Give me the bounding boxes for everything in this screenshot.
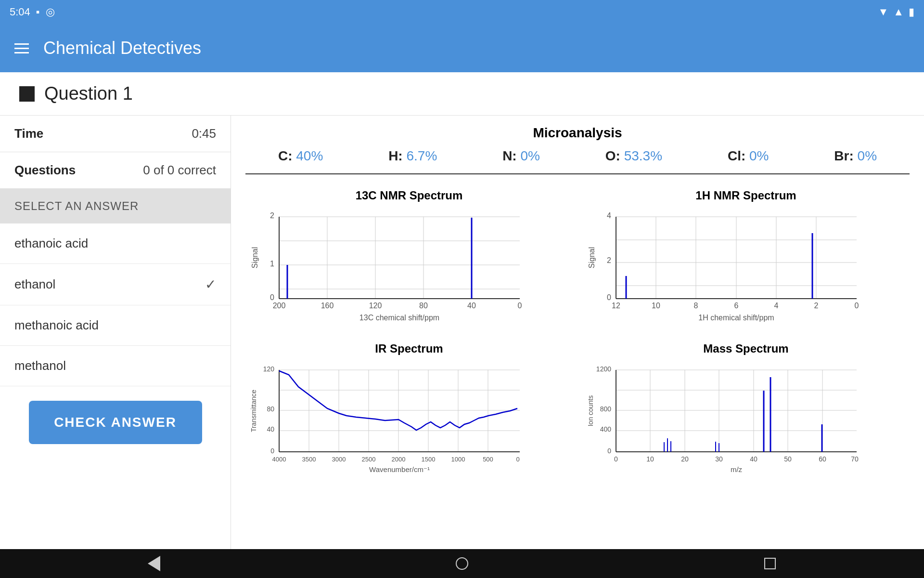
svg-text:40: 40	[467, 302, 476, 310]
micro-h: H: 6.7%	[388, 148, 437, 164]
answer-option-methanoic-acid[interactable]: methanoic acid	[0, 305, 231, 346]
chart-ir: IR Spectrum	[245, 337, 573, 481]
svg-text:m/z: m/z	[731, 465, 742, 473]
select-answer-header: SELECT AN ANSWER	[0, 189, 231, 223]
wifi-icon: ▼	[878, 6, 888, 18]
main-layout: Time 0:45 Questions 0 of 0 correct SELEC…	[0, 116, 924, 549]
chart-mass-svg: 0 400 800 1200 0 10 20 30 40 50 60 70	[587, 360, 866, 476]
questions-value: 0 of 0 correct	[143, 163, 216, 178]
answer-label-ethanol: ethanol	[14, 277, 55, 292]
microanalysis-section: Microanalysis C: 40% H: 6.7% N: 0% O: 53…	[245, 125, 910, 174]
status-right: ▼ ▲ ▮	[878, 6, 914, 18]
svg-text:4: 4	[607, 211, 611, 220]
recents-button[interactable]	[756, 549, 784, 578]
time-row: Time 0:45	[0, 116, 231, 152]
svg-text:160: 160	[321, 302, 334, 310]
chart-mass: Mass Spectrum	[582, 337, 910, 481]
svg-text:Signal: Signal	[588, 247, 596, 268]
chart-13c-area: 0 1 2 200 160 120 80 40 0 13C chemical s…	[250, 207, 568, 323]
svg-text:2: 2	[607, 256, 611, 264]
right-panel: Microanalysis C: 40% H: 6.7% N: 0% O: 53…	[231, 116, 924, 549]
chart-13c-svg: 0 1 2 200 160 120 80 40 0 13C chemical s…	[250, 207, 529, 323]
page-title: Question 1	[44, 83, 133, 104]
question-icon	[19, 86, 35, 102]
svg-text:13C chemical shift/ppm: 13C chemical shift/ppm	[359, 314, 439, 322]
left-panel: Time 0:45 Questions 0 of 0 correct SELEC…	[0, 116, 231, 549]
chart-ir-title: IR Spectrum	[250, 342, 568, 355]
chart-1h-svg: 0 2 4 12 10 8 6 4 2 0 1H chemical shift/…	[587, 207, 866, 323]
status-bar: 5:04 ▪ ◎ ▼ ▲ ▮	[0, 0, 924, 24]
svg-text:8: 8	[694, 302, 698, 310]
notification-icon: ◎	[46, 6, 55, 18]
svg-text:Wavenumber/cm⁻¹: Wavenumber/cm⁻¹	[369, 465, 430, 473]
questions-row: Questions 0 of 0 correct	[0, 152, 231, 189]
back-button[interactable]	[140, 549, 168, 578]
svg-text:3500: 3500	[302, 456, 316, 463]
answer-option-ethanol[interactable]: ethanol ✓	[0, 264, 231, 305]
svg-text:Signal: Signal	[251, 247, 259, 268]
answer-section: SELECT AN ANSWER ethanoic acid ethanol ✓…	[0, 189, 231, 549]
svg-text:2: 2	[270, 211, 274, 220]
micro-o: O: 53.3%	[605, 148, 662, 164]
svg-text:50: 50	[784, 455, 792, 463]
svg-text:0: 0	[855, 302, 859, 310]
home-button[interactable]	[448, 549, 476, 578]
svg-text:3000: 3000	[332, 456, 346, 463]
svg-text:2500: 2500	[362, 456, 376, 463]
svg-text:2: 2	[814, 302, 819, 310]
svg-text:10: 10	[652, 302, 660, 310]
battery-icon: ▮	[909, 6, 914, 18]
sim-icon: ▪	[36, 6, 40, 18]
chart-1h-area: 0 2 4 12 10 8 6 4 2 0 1H chemical shift/…	[587, 207, 905, 323]
chart-13c-nmr: 13C NMR Spectrum	[245, 184, 573, 328]
app-bar: Chemical Detectives	[0, 24, 924, 72]
check-answer-button[interactable]: CHECK ANSWER	[29, 401, 202, 444]
svg-text:30: 30	[715, 455, 723, 463]
svg-text:0: 0	[614, 455, 618, 463]
svg-text:0: 0	[270, 293, 274, 302]
chart-ir-area: 0 40 80 120 4000 3500 3000 2500 2000 150…	[250, 360, 568, 476]
svg-text:10: 10	[646, 455, 654, 463]
svg-text:40: 40	[267, 425, 274, 433]
answer-option-ethanoic-acid[interactable]: ethanoic acid	[0, 223, 231, 264]
svg-text:120: 120	[369, 302, 382, 310]
app-title: Chemical Detectives	[43, 38, 201, 58]
svg-text:200: 200	[273, 302, 286, 310]
hamburger-line-3	[14, 52, 29, 53]
svg-text:0: 0	[607, 447, 611, 455]
svg-text:12: 12	[612, 302, 620, 310]
svg-text:1000: 1000	[451, 456, 465, 463]
hamburger-menu[interactable]	[14, 43, 29, 53]
svg-text:2000: 2000	[392, 456, 406, 463]
svg-text:70: 70	[851, 455, 859, 463]
microanalysis-title: Microanalysis	[245, 125, 910, 141]
time-value: 0:45	[192, 126, 216, 141]
svg-text:6: 6	[734, 302, 739, 310]
charts-grid: 13C NMR Spectrum	[245, 184, 910, 481]
svg-text:120: 120	[263, 365, 275, 373]
chart-13c-title: 13C NMR Spectrum	[250, 189, 568, 202]
chart-mass-title: Mass Spectrum	[587, 342, 905, 355]
recents-icon	[764, 558, 776, 569]
micro-n: N: 0%	[502, 148, 540, 164]
svg-text:0: 0	[518, 302, 522, 310]
checkmark-icon: ✓	[205, 276, 216, 292]
answer-label-ethanoic-acid: ethanoic acid	[14, 236, 88, 251]
svg-text:0: 0	[607, 293, 611, 302]
svg-text:1500: 1500	[422, 456, 436, 463]
nav-bar	[0, 549, 924, 578]
svg-text:40: 40	[750, 455, 757, 463]
micro-c: C: 40%	[278, 148, 323, 164]
back-icon	[148, 556, 160, 571]
svg-text:1: 1	[270, 260, 274, 268]
time-label: Time	[14, 126, 43, 141]
status-left: 5:04 ▪ ◎	[10, 6, 55, 18]
hamburger-line-2	[14, 48, 29, 49]
svg-text:80: 80	[419, 302, 428, 310]
chart-1h-title: 1H NMR Spectrum	[587, 189, 905, 202]
questions-label: Questions	[14, 163, 76, 178]
svg-text:0: 0	[270, 447, 274, 455]
chart-1h-nmr: 1H NMR Spectrum	[582, 184, 910, 328]
answer-option-methanol[interactable]: methanol	[0, 346, 231, 386]
chart-ir-svg: 0 40 80 120 4000 3500 3000 2500 2000 150…	[250, 360, 529, 476]
